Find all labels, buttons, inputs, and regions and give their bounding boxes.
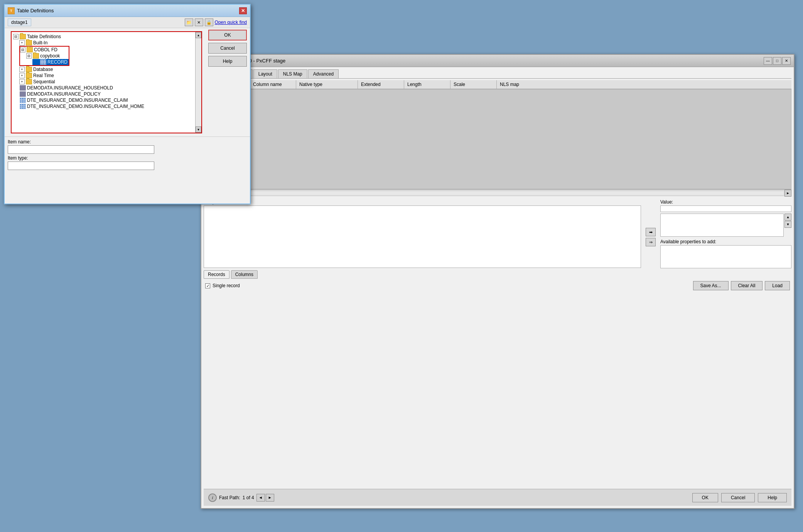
arrow-double-right-btn[interactable]: ⇒ (646, 238, 656, 246)
tab-columns[interactable]: Columns (231, 270, 258, 279)
table-icon-ins-claim (20, 98, 26, 103)
toolbar-lock-btn[interactable]: 🔒 (205, 19, 213, 26)
expander-builtin[interactable]: + (19, 40, 25, 45)
tab-layout[interactable]: Layout (253, 69, 277, 78)
value-scroll-down[interactable]: ▼ (784, 221, 791, 228)
tree-node-ins-claim[interactable]: DTE_INSURANCE_DEMO.INSURANCE_CLAIM (13, 97, 194, 103)
tree-node-ins-policy[interactable]: DEMODATA.INSURANCE_POLICY (13, 91, 194, 97)
col-length: Length (404, 80, 450, 89)
dialog-close-btn[interactable]: ✕ (239, 7, 247, 14)
properties-section: Properties: (204, 199, 641, 268)
single-record-checkbox[interactable]: ✓ (205, 283, 210, 288)
footer-ok-cancel: OK Cancel Help (692, 493, 787, 502)
footer-ok-button[interactable]: OK (692, 493, 718, 502)
dialog-help-button[interactable]: Help (208, 56, 247, 67)
col-column-name: Column name (250, 80, 296, 89)
footer-bar: i Fast Path: 1 of 4 ◄ ► OK Cancel Help (204, 489, 791, 506)
dialog-cancel-button[interactable]: Cancel (208, 43, 247, 54)
save-as-button[interactable]: Save As... (693, 281, 729, 290)
node-label-ins-claim: DTE_INSURANCE_DEMO.INSURANCE_CLAIM (27, 98, 128, 103)
node-label-builtin: Built-In (33, 40, 47, 45)
dialog-title-text: Table Definitions (17, 8, 54, 13)
footer-help-button[interactable]: Help (758, 493, 787, 502)
tree-scroll-up-btn[interactable]: ▲ (196, 32, 201, 38)
dialog-icon: T (8, 7, 15, 14)
toolbar-close-btn[interactable]: ✕ (195, 19, 203, 26)
close-button[interactable]: ✕ (782, 57, 791, 65)
col-nls-map: NLS map (497, 80, 543, 89)
folder-icon-root (20, 34, 26, 39)
expander-copybook[interactable]: ⊟ (26, 53, 32, 59)
node-label-ins-household: DEMODATA.INSURANCE_HOUSEHOLD (27, 85, 113, 91)
bottom-tabs-row: Records Columns (204, 270, 791, 279)
tree-node-database[interactable]: + Database (19, 66, 194, 72)
table-icon-record (40, 59, 46, 65)
toolbar-folder-btn[interactable]: 📁 (185, 19, 193, 26)
node-label-realtime: Real Time (33, 73, 54, 78)
col-scale: Scale (450, 80, 497, 89)
folder-icon-cobolfd (27, 47, 33, 52)
available-props-list[interactable] (660, 245, 791, 268)
table-body (204, 89, 791, 189)
tree-node-sequential[interactable]: + Sequential (19, 79, 194, 85)
expander-realtime[interactable]: + (19, 73, 25, 78)
arrow-right-btn[interactable]: ➡ (646, 228, 656, 236)
node-label-cobolfd: COBOL FD (34, 47, 57, 52)
value-textarea[interactable] (660, 214, 784, 237)
item-type-input[interactable] (8, 162, 154, 170)
tab-advanced[interactable]: Advanced (308, 69, 339, 78)
expander-sequential[interactable]: + (19, 79, 25, 84)
tree-node-ins-household[interactable]: DEMODATA.INSURANCE_HOUSEHOLD (13, 85, 194, 91)
tree-node-cobolfd[interactable]: ⊟ COBOL FD (20, 47, 69, 53)
expander-database[interactable]: + (19, 67, 25, 72)
tab-nls-map[interactable]: NLS Map (278, 69, 307, 78)
table-area (204, 89, 791, 189)
folder-icon-builtin (26, 40, 32, 45)
quick-find-link[interactable]: Open quick find (215, 20, 247, 25)
value-scroll-up[interactable]: ▲ (784, 214, 791, 221)
tree-node-ins-claim-home[interactable]: DTE_INSURANCE_DEMO.INSURANCE_CLAIM_HOME (13, 103, 194, 109)
tree-vscroll: ▲ ▼ (195, 32, 201, 133)
expander-root[interactable]: ⊟ (13, 34, 19, 39)
node-label-copybook: copybook (40, 53, 60, 59)
folder-icon-sequential (26, 79, 32, 84)
node-label-ins-policy: DEMODATA.INSURANCE_POLICY (27, 91, 101, 97)
load-button[interactable]: Load (765, 281, 790, 290)
tree-node-copybook[interactable]: ⊟ copybook (26, 53, 69, 59)
value-input[interactable] (660, 205, 791, 212)
fast-path-value: 1 of 4 (243, 495, 254, 500)
value-label: Value: (660, 199, 791, 205)
maximize-button[interactable]: □ (773, 57, 781, 65)
expander-cobolfd[interactable]: ⊟ (20, 47, 25, 52)
tree-node-record[interactable]: RECORD (32, 59, 69, 65)
tree-scroll-down-btn[interactable]: ▼ (196, 126, 201, 133)
h-scroll-right-btn[interactable]: ► (784, 190, 791, 197)
nav-prev-btn[interactable]: ◄ (256, 494, 265, 502)
folder-icon-database (26, 67, 32, 72)
nav-next-btn[interactable]: ► (266, 494, 274, 502)
dialog-ok-button[interactable]: OK (208, 30, 247, 40)
info-icon: i (208, 493, 217, 502)
table-icon-ins-claim-home (20, 104, 26, 109)
dialog-tab-dstage1[interactable]: dstage1 (8, 19, 31, 26)
item-name-input[interactable] (8, 145, 154, 154)
properties-list[interactable] (204, 205, 641, 268)
single-record-row: ✓ Single record Save As... Clear All Loa… (204, 279, 791, 293)
dialog-title: T Table Definitions (8, 7, 54, 14)
dialog-titlebar: T Table Definitions ✕ (5, 5, 250, 17)
clear-all-button[interactable]: Clear All (731, 281, 763, 290)
stage-titlebar: Complex_Flat_File_0 - PxCFF stage — □ ✕ (201, 55, 794, 67)
table-definitions-dialog: T Table Definitions ✕ dstage1 📁 ✕ 🔒 Open… (4, 4, 251, 204)
tree-node-builtin[interactable]: + Built-In (19, 40, 194, 46)
tab-records[interactable]: Records (204, 270, 229, 279)
minimize-button[interactable]: — (764, 57, 772, 65)
window-controls: — □ ✕ (764, 57, 791, 65)
footer-cancel-button[interactable]: Cancel (721, 493, 755, 502)
tree-node-realtime[interactable]: + Real Time (19, 72, 194, 79)
tree-inner: ⊟ Table Definitions + Built-In ⊟ COBOL F… (12, 32, 195, 133)
node-label-ins-claim-home: DTE_INSURANCE_DEMO.INSURANCE_CLAIM_HOME (27, 104, 144, 109)
tree-node-root[interactable]: ⊟ Table Definitions (13, 34, 194, 40)
h-scroll-track[interactable] (211, 191, 784, 195)
node-label-root: Table Definitions (27, 34, 61, 39)
item-name-section: Item name: Item type: (5, 136, 250, 172)
